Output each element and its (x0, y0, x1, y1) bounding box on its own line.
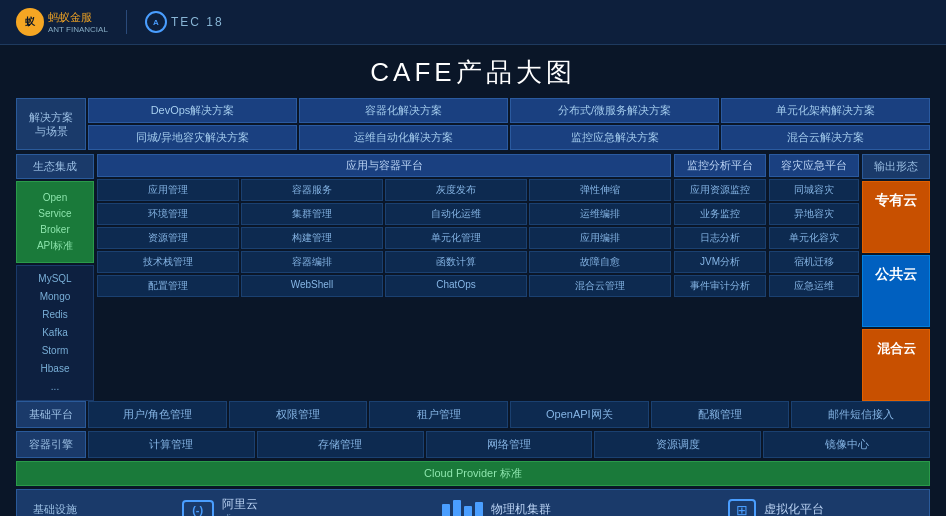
solutions-row: 解决方案与场景 DevOps解决方案 容器化解决方案 分布式/微服务解决方案 单… (16, 98, 930, 150)
cloud-provider-bar: Cloud Provider 标准 (16, 461, 930, 486)
disaster-col: 容灾应急平台 同城容灾 异地容灾 单元化容灾 宿机迁移 应急运维 (769, 154, 859, 401)
ant-icon: 蚁 (16, 8, 44, 36)
solutions-label: 解决方案与场景 (16, 98, 86, 150)
platform-area: 生态集成 OpenServiceBrokerAPI标准 MySQLMongoRe… (16, 154, 930, 401)
sol-unit: 单元化架构解决方案 (721, 98, 930, 123)
resource-mgmt: 资源管理 (97, 227, 239, 249)
func-compute: 函数计算 (385, 251, 527, 273)
atec-circle-icon: A (145, 11, 167, 33)
quota-mgmt: 配额管理 (651, 401, 790, 428)
monitor-audit: 事件审计分析 (674, 275, 766, 297)
server-icon (442, 500, 483, 517)
app-platform-header: 应用与容器平台 (97, 154, 671, 177)
server-bar-4 (475, 502, 483, 517)
sol-disaster: 同城/异地容灾解决方案 (88, 125, 297, 150)
infra-row: 基础设施 阿里云 aliyun.com 物理机集群 (16, 489, 930, 516)
image-center: 镜像中心 (763, 431, 930, 458)
techstack-mgmt: 技术栈管理 (97, 251, 239, 273)
atec-text: TEC 18 (171, 15, 224, 29)
server-bar-2 (453, 500, 461, 517)
compute-mgmt: 计算管理 (88, 431, 255, 458)
sol-devops: DevOps解决方案 (88, 98, 297, 123)
storage-mgmt: 存储管理 (257, 431, 424, 458)
ecosystem-col: 生态集成 OpenServiceBrokerAPI标准 MySQLMongoRe… (16, 154, 94, 401)
private-cloud: 专有云 (862, 181, 930, 253)
gray-release: 灰度发布 (385, 179, 527, 201)
aliyun-item: 阿里云 aliyun.com (182, 496, 265, 516)
hybrid-mgmt: 混合云管理 (529, 275, 671, 297)
ant-brand: 蚂蚁金服 (48, 10, 108, 25)
infra-label: 基础设施 (33, 502, 93, 516)
db-list: MySQLMongoRedisKafkaStormHbase... (16, 265, 94, 401)
ops-arrange: 运维编排 (529, 203, 671, 225)
base-items: 用户/角色管理 权限管理 租户管理 OpenAPI网关 配额管理 邮件短信接入 (88, 401, 930, 428)
output-col: 输出形态 专有云 公共云 混合云 (862, 154, 930, 401)
openapi-gateway: OpenAPI网关 (510, 401, 649, 428)
elastic-scale: 弹性伸缩 (529, 179, 671, 201)
auto-ops: 自动化运维 (385, 203, 527, 225)
atec-logo: A TEC 18 (145, 11, 224, 33)
infra-items: 阿里云 aliyun.com 物理机集群 虚拟化平台 (93, 496, 913, 516)
aliyun-name: 阿里云 (222, 496, 265, 513)
disaster-ops: 应急运维 (769, 275, 859, 297)
aliyun-icon (182, 500, 214, 517)
ant-financial-logo: 蚁 蚂蚁金服 ANT FINANCIAL (16, 8, 108, 36)
vm-platform-item: 虚拟化平台 (728, 499, 824, 517)
monitor-jvm: JVM分析 (674, 251, 766, 273)
physical-server-item: 物理机集群 (442, 500, 551, 517)
monitor-log: 日志分析 (674, 227, 766, 249)
solutions-row-1: DevOps解决方案 容器化解决方案 分布式/微服务解决方案 单元化架构解决方案 (88, 98, 930, 123)
header-divider (126, 10, 127, 34)
container-items: 计算管理 存储管理 网络管理 资源调度 镜像中心 (88, 431, 930, 458)
server-bar-3 (464, 506, 472, 517)
vm-icon (728, 499, 756, 517)
container-engine-label: 容器引擎 (16, 431, 86, 458)
monitor-header: 监控分析平台 (674, 154, 766, 177)
monitor-col: 监控分析平台 应用资源监控 业务监控 日志分析 JVM分析 事件审计分析 (674, 154, 766, 401)
disaster-remote: 异地容灾 (769, 203, 859, 225)
solutions-row-2: 同城/异地容灾解决方案 运维自动化解决方案 监控应急解决方案 混合云解决方案 (88, 125, 930, 150)
email-sms: 邮件短信接入 (791, 401, 930, 428)
physical-server-name: 物理机集群 (491, 501, 551, 516)
mixed-cloud: 混合云 (862, 329, 930, 401)
vm-platform-name: 虚拟化平台 (764, 501, 824, 516)
container-svc: 容器服务 (241, 179, 383, 201)
monitor-biz: 业务监控 (674, 203, 766, 225)
env-mgmt: 环境管理 (97, 203, 239, 225)
public-cloud: 公共云 (862, 255, 930, 327)
sol-ops: 运维自动化解决方案 (299, 125, 508, 150)
resource-schedule: 资源调度 (594, 431, 761, 458)
app-arrange: 应用编排 (529, 227, 671, 249)
tenant-mgmt: 租户管理 (369, 401, 508, 428)
monitor-app: 应用资源监控 (674, 179, 766, 201)
chatops: ChatOps (385, 275, 527, 297)
ant-sub: ANT FINANCIAL (48, 25, 108, 34)
header: 蚁 蚂蚁金服 ANT FINANCIAL A TEC 18 (0, 0, 946, 45)
webshell: WebShell (241, 275, 383, 297)
sol-monitor: 监控应急解决方案 (510, 125, 719, 150)
sol-container: 容器化解决方案 (299, 98, 508, 123)
open-service-broker: OpenServiceBrokerAPI标准 (16, 181, 94, 263)
server-bar-1 (442, 504, 450, 517)
content-area: 解决方案与场景 DevOps解决方案 容器化解决方案 分布式/微服务解决方案 单… (0, 98, 946, 516)
app-platform-grid: 应用管理 容器服务 灰度发布 弹性伸缩 环境管理 集群管理 自动化运维 运维编排… (97, 179, 671, 297)
disaster-city: 同城容灾 (769, 179, 859, 201)
logo-area: 蚁 蚂蚁金服 ANT FINANCIAL A TEC 18 (16, 8, 224, 36)
fault-heal: 故障自愈 (529, 251, 671, 273)
build-mgmt: 构建管理 (241, 227, 383, 249)
disaster-unit: 单元化容灾 (769, 227, 859, 249)
sol-microservice: 分布式/微服务解决方案 (510, 98, 719, 123)
base-platform-row: 基础平台 用户/角色管理 权限管理 租户管理 OpenAPI网关 配额管理 邮件… (16, 401, 930, 428)
network-mgmt: 网络管理 (426, 431, 593, 458)
container-arrange: 容器编排 (241, 251, 383, 273)
disaster-header: 容灾应急平台 (769, 154, 859, 177)
container-engine-row: 容器引擎 计算管理 存储管理 网络管理 资源调度 镜像中心 (16, 431, 930, 458)
aliyun-text: 阿里云 aliyun.com (222, 496, 265, 516)
ecosystem-label: 生态集成 (16, 154, 94, 179)
unit-mgmt: 单元化管理 (385, 227, 527, 249)
output-label: 输出形态 (862, 154, 930, 179)
right-monitors: 监控分析平台 应用资源监控 业务监控 日志分析 JVM分析 事件审计分析 容灾应… (674, 154, 859, 401)
base-platform-label: 基础平台 (16, 401, 86, 428)
disaster-migrate: 宿机迁移 (769, 251, 859, 273)
app-mgmt: 应用管理 (97, 179, 239, 201)
